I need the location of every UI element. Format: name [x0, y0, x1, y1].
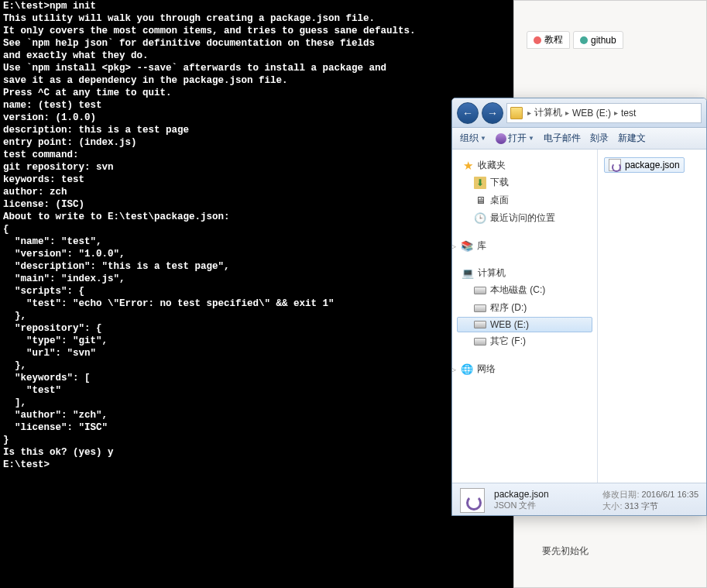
menu-label: 电子邮件: [544, 132, 581, 145]
star-icon: [462, 160, 474, 172]
status-filename: package.json: [494, 489, 549, 500]
status-date-value: 2016/6/1 16:35: [642, 490, 698, 499]
sidebar-label: 桌面: [490, 194, 509, 207]
menu-label: 新建文: [618, 132, 646, 145]
terminal-line: name: (test) test: [3, 99, 510, 112]
sidebar-item-disk-e[interactable]: WEB (E:): [457, 317, 592, 332]
terminal-line: E:\test>npm init: [3, 0, 510, 12]
status-size-label: 大小:: [602, 501, 622, 511]
dot-icon: [534, 36, 541, 44]
arrow-right-icon: →: [487, 107, 498, 119]
menu-open[interactable]: 打开 ▼: [496, 132, 534, 145]
disk-icon: [474, 304, 486, 312]
file-item-package-json[interactable]: package.json: [604, 157, 685, 173]
terminal-line: "url": "svn": [3, 347, 510, 359]
bg-tab-tutorial[interactable]: 教程: [527, 31, 570, 49]
folder-icon: [510, 107, 523, 119]
sidebar-group-network: 网络: [457, 361, 592, 377]
sidebar-libraries-head[interactable]: 库: [457, 238, 592, 254]
sidebar-item-desktop[interactable]: 桌面: [457, 191, 592, 209]
terminal-line: author: zch: [3, 186, 510, 198]
breadcrumb-computer[interactable]: 计算机: [533, 106, 564, 119]
breadcrumb-drive[interactable]: WEB (E:): [571, 108, 613, 119]
menu-burn[interactable]: 刻录: [590, 132, 609, 145]
sidebar-network-head[interactable]: 网络: [457, 361, 592, 377]
sidebar-label: 计算机: [478, 266, 506, 280]
computer-icon: [462, 267, 474, 280]
status-filetype: JSON 文件: [494, 500, 549, 511]
chevron-right-icon: ▸: [526, 108, 533, 117]
sidebar-label: 网络: [477, 363, 496, 376]
network-icon: [461, 363, 473, 376]
terminal-line: "test": "echo \"Error: no test specified…: [3, 297, 510, 310]
chevron-right-icon: ▸: [613, 108, 619, 117]
file-name: package.json: [625, 160, 680, 170]
open-icon: [496, 133, 506, 144]
terminal-line: It only covers the most common items, an…: [3, 25, 510, 37]
breadcrumb-folder[interactable]: test: [619, 108, 637, 119]
sidebar-label: 下载: [490, 176, 509, 189]
terminal-line: "version": "1.0.0",: [3, 248, 510, 260]
expand-icon: [451, 240, 457, 253]
breadcrumb[interactable]: ▸ 计算机 ▸ WEB (E:) ▸ test: [506, 103, 702, 123]
nav-forward-button[interactable]: →: [482, 102, 503, 124]
terminal-line: version: (1.0.0): [3, 112, 510, 124]
sidebar-label: WEB (E:): [490, 319, 529, 330]
menu-organize[interactable]: 组织 ▼: [460, 132, 486, 145]
arrow-left-icon: ←: [462, 107, 473, 119]
menu-email[interactable]: 电子邮件: [544, 132, 581, 145]
terminal-line: Is this ok? (yes) y: [3, 446, 510, 459]
sidebar-group-favorites: 收藏夹 下载 桌面 最近访问的位置: [457, 157, 592, 227]
file-list[interactable]: package.json: [598, 150, 706, 483]
terminal-line: Press ^C at any time to quit.: [3, 87, 510, 99]
explorer-toolbar: 组织 ▼ 打开 ▼ 电子邮件 刻录 新建文: [452, 128, 706, 150]
terminal[interactable]: E:\test>npm initThis utility will walk y…: [0, 0, 513, 588]
sidebar-computer-head[interactable]: 计算机: [457, 265, 592, 281]
sidebar-label: 本地磁盘 (C:): [490, 284, 545, 297]
menu-newfile[interactable]: 新建文: [618, 132, 646, 145]
terminal-line: },: [3, 310, 510, 322]
bg-tab-label: github: [591, 35, 616, 46]
bg-tab-github[interactable]: github: [573, 31, 623, 49]
status-size-value: 313 字节: [625, 501, 658, 511]
terminal-line: This utility will walk you through creat…: [3, 12, 510, 25]
nav-back-button[interactable]: ←: [457, 102, 479, 124]
chevron-right-icon: ▸: [564, 108, 571, 117]
disk-icon: [474, 338, 486, 346]
terminal-line: ],: [3, 397, 510, 409]
terminal-line: About to write to E:\test\package.json:: [3, 211, 510, 223]
terminal-line: "scripts": {: [3, 285, 510, 297]
sidebar-item-disk-c[interactable]: 本地磁盘 (C:): [457, 281, 592, 299]
sidebar-item-disk-f[interactable]: 其它 (F:): [457, 332, 592, 350]
background-tabs: 教程 github: [527, 31, 623, 49]
sidebar-group-libraries: 库: [457, 238, 592, 254]
terminal-line: E:\test>: [3, 459, 510, 471]
terminal-line: and exactly what they do.: [3, 50, 510, 62]
expand-icon: [451, 363, 457, 376]
terminal-line: test command:: [3, 149, 510, 161]
desktop-icon: [474, 194, 486, 207]
sidebar-favorites-head[interactable]: 收藏夹: [457, 157, 592, 174]
terminal-line: {: [3, 223, 510, 236]
sidebar-item-downloads[interactable]: 下载: [457, 174, 592, 191]
disk-icon: [474, 321, 486, 328]
disk-icon: [474, 287, 486, 294]
sidebar-item-recent[interactable]: 最近访问的位置: [457, 209, 592, 227]
terminal-line: "repository": {: [3, 322, 510, 335]
dot-icon: [580, 36, 588, 44]
sidebar-label: 库: [477, 239, 486, 253]
library-icon: [461, 240, 473, 253]
chevron-down-icon: ▼: [528, 135, 534, 142]
sidebar: 收藏夹 下载 桌面 最近访问的位置: [452, 150, 598, 483]
terminal-line: license: (ISC): [3, 198, 510, 211]
download-icon: [474, 177, 486, 189]
terminal-line: "type": "git",: [3, 335, 510, 347]
sidebar-item-disk-d[interactable]: 程序 (D:): [457, 299, 592, 317]
terminal-line: "description": "this is a test page",: [3, 260, 510, 273]
terminal-line: save it as a dependency in the package.j…: [3, 74, 510, 87]
explorer-statusbar: package.json JSON 文件 修改日期: 2016/6/1 16:3…: [452, 483, 706, 516]
terminal-line: See `npm help json` for definitive docum…: [3, 37, 510, 50]
terminal-line: Use `npm install <pkg> --save` afterward…: [3, 62, 510, 74]
bg-tab-label: 教程: [544, 33, 563, 46]
json-file-icon: [609, 159, 621, 171]
